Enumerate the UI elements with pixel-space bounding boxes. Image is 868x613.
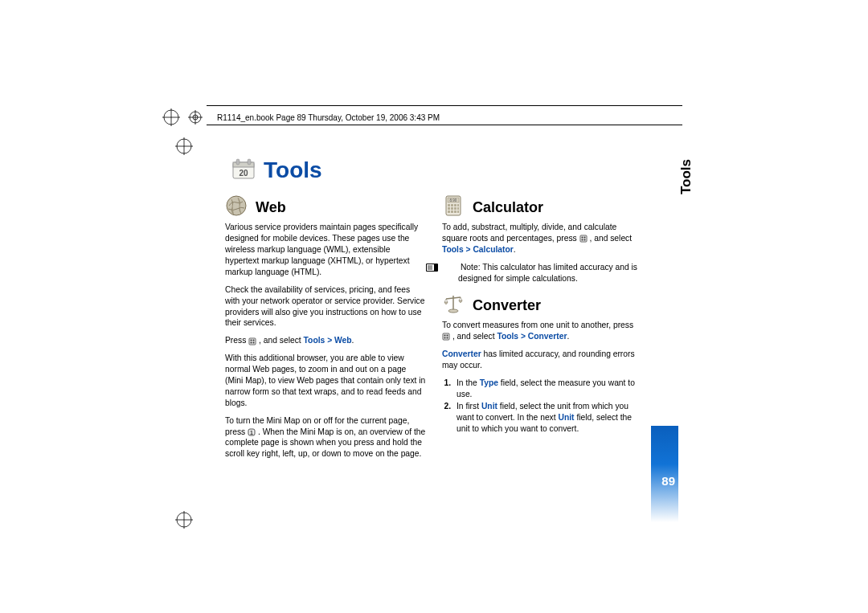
crop-mark: [186, 108, 203, 125]
svg-text:1: 1: [250, 430, 253, 435]
nav-path: Tools > Calculator: [442, 245, 514, 254]
conv-p1: To convert measures from one unit to ano…: [442, 320, 643, 342]
text: .: [352, 336, 354, 345]
text: .: [567, 332, 569, 341]
svg-rect-40: [457, 210, 459, 213]
crop-mark: [162, 108, 178, 125]
nav-path: Tools > Converter: [497, 332, 567, 341]
step-2: In first Unit field, select the unit fro…: [453, 401, 643, 435]
field-name: Unit: [559, 413, 575, 422]
page-title: Tools: [264, 157, 322, 183]
svg-point-57: [448, 309, 458, 313]
text: , and select: [452, 332, 497, 341]
svg-rect-58: [443, 333, 449, 340]
svg-rect-20: [251, 339, 252, 341]
calendar-tools-icon: 20: [231, 157, 256, 182]
section-tab: Tools: [678, 159, 694, 194]
text: To convert measures from one unit to ano…: [442, 321, 633, 329]
svg-rect-38: [451, 210, 453, 213]
crop-mark: [175, 137, 191, 153]
svg-rect-39: [454, 210, 457, 213]
svg-rect-30: [451, 204, 453, 206]
svg-line-52: [446, 297, 461, 299]
calculator-heading: Calculator: [473, 194, 543, 217]
web-p5: To turn the Mini Map on or off for the c…: [225, 415, 426, 460]
globe-icon: [225, 194, 248, 217]
svg-rect-41: [580, 235, 587, 242]
text: In the: [457, 378, 480, 387]
svg-line-56: [461, 297, 462, 300]
menu-key-icon: [579, 235, 588, 243]
svg-rect-34: [451, 207, 453, 210]
svg-rect-45: [583, 239, 585, 241]
menu-key-icon: [442, 333, 450, 341]
web-p4: With this additional browser, you are ab…: [225, 353, 426, 408]
svg-rect-15: [236, 159, 240, 165]
web-p3: Press , and select Tools > Web.: [225, 335, 426, 346]
note-icon: [442, 263, 455, 272]
field-name: Unit: [481, 402, 497, 411]
svg-rect-21: [253, 339, 255, 341]
svg-rect-42: [581, 237, 583, 239]
text: , and select: [589, 234, 632, 243]
svg-rect-19: [249, 338, 256, 345]
svg-rect-61: [444, 337, 446, 339]
calc-note: Note: This calculator has limited accura…: [442, 262, 643, 284]
svg-point-18: [227, 196, 246, 215]
text: Converter: [442, 349, 481, 358]
svg-rect-37: [448, 210, 450, 213]
text: . When the Mini Map is on, an overview o…: [225, 427, 425, 459]
svg-rect-33: [448, 207, 450, 210]
header-rule-bottom: [207, 125, 682, 125]
svg-rect-44: [581, 239, 583, 241]
text: Press: [225, 336, 248, 345]
header-rule-top: [207, 105, 682, 106]
svg-rect-29: [448, 204, 450, 206]
svg-rect-59: [444, 335, 446, 337]
left-column: Web Various service providers maintain p…: [225, 194, 426, 466]
svg-text:8.90: 8.90: [450, 198, 457, 202]
crop-mark: [175, 511, 191, 527]
svg-rect-60: [447, 335, 448, 337]
scale-icon: [442, 292, 465, 315]
converter-heading: Converter: [473, 292, 541, 315]
svg-text:20: 20: [239, 169, 248, 178]
calculator-icon: 8.90: [442, 194, 465, 217]
step-1: In the Type field, select the measure yo…: [453, 378, 643, 400]
svg-rect-23: [253, 341, 255, 343]
svg-rect-32: [457, 204, 459, 206]
key-icon: 1: [248, 428, 256, 436]
text: .: [514, 245, 516, 254]
web-heading: Web: [256, 194, 286, 217]
conv-p2: Converter has limited accuracy, and roun…: [442, 349, 643, 371]
svg-rect-36: [457, 207, 459, 210]
svg-rect-22: [251, 341, 252, 343]
book-header: R1114_en.book Page 89 Thursday, October …: [217, 113, 440, 122]
svg-rect-31: [454, 204, 457, 206]
text: Note: This calculator has limited accura…: [458, 263, 637, 283]
nav-path: Tools > Web: [304, 336, 352, 345]
text: , and select: [259, 336, 304, 345]
page-number: 89: [661, 474, 675, 488]
svg-rect-16: [248, 159, 251, 165]
web-p2: Check the availability of services, pric…: [225, 284, 426, 329]
field-name: Type: [480, 378, 498, 387]
svg-line-53: [444, 299, 446, 302]
svg-rect-62: [447, 337, 448, 339]
converter-steps: In the Type field, select the measure yo…: [442, 378, 643, 435]
menu-key-icon: [248, 337, 256, 345]
svg-rect-43: [583, 237, 585, 239]
calc-p1: To add, substract, multiply, divide, and…: [442, 222, 643, 255]
web-p1: Various service providers maintain pages…: [225, 222, 426, 277]
text: In first: [457, 402, 481, 411]
svg-rect-35: [454, 207, 457, 210]
right-column: 8.90 Calculator To add, substract, multi…: [442, 194, 643, 466]
